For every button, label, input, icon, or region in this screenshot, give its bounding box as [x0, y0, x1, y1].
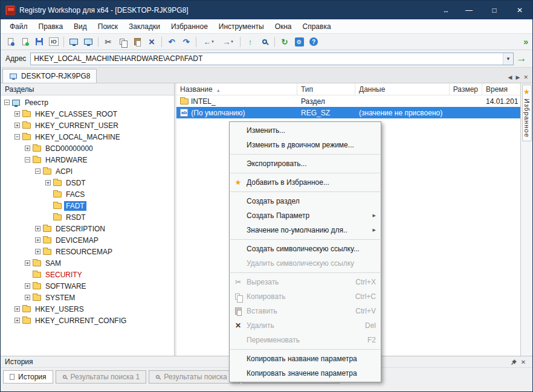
menu-item-create-symlink[interactable]: Создать символическую ссылку... — [230, 242, 381, 256]
tree-item-resourcemap[interactable]: RESOURCEMAP — [1, 246, 174, 257]
menu-item-export[interactable]: Экспортировать... — [230, 156, 381, 171]
expand-icon[interactable] — [45, 180, 51, 185]
menubar-help[interactable]: Справка — [297, 21, 337, 33]
menu-item-new-key[interactable]: Создать раздел — [230, 194, 381, 208]
menubar-search[interactable]: Поиск — [92, 21, 123, 33]
tab-search-results-2[interactable]: Результаты поиска 2 — [149, 370, 240, 384]
address-dropdown-button[interactable]: ▼ — [503, 53, 513, 65]
column-header-type[interactable]: Тип — [297, 83, 355, 95]
expand-icon[interactable] — [25, 146, 30, 151]
toolbar-cut-button[interactable]: ✂ — [101, 35, 115, 48]
tree-item-hkey-users[interactable]: HKEY_USERS — [1, 303, 174, 315]
tree-item-hkey-local-machine[interactable]: HKEY_LOCAL_MACHINE — [1, 131, 174, 143]
dropdown-caret-icon[interactable]: ▾ — [212, 39, 214, 44]
toolbar-back-button[interactable]: ←▾ — [199, 35, 218, 48]
toolbar-save-button[interactable] — [32, 35, 47, 48]
menubar-edit[interactable]: Правка — [33, 21, 69, 33]
menubar-tools[interactable]: Инструменты — [213, 21, 270, 33]
menubar-favorites[interactable]: Избранное — [166, 21, 213, 33]
toolbar-new-key-button[interactable] — [3, 35, 18, 48]
menubar-bookmarks[interactable]: Закладки — [123, 21, 166, 33]
dock-close-button[interactable]: ✕ — [518, 359, 528, 365]
tree-item-devicemap[interactable]: DEVICEMAP — [1, 234, 174, 246]
toolbar-redo-button[interactable]: ↷ — [179, 35, 193, 48]
menubar-file[interactable]: Файл — [4, 21, 33, 33]
column-header-size[interactable]: Размер — [450, 83, 482, 95]
dropdown-caret-icon[interactable]: ▾ — [231, 39, 233, 44]
collapse-icon[interactable] — [25, 157, 30, 162]
tab-search-results-1[interactable]: Результаты поиска 1 — [56, 370, 147, 384]
expand-icon[interactable] — [35, 237, 40, 243]
tab-scroll-left-button[interactable]: ◀ — [508, 74, 512, 80]
tree-item-bcd00000000[interactable]: BCD00000000 — [1, 143, 174, 154]
expand-icon[interactable] — [25, 295, 30, 300]
menu-item-edit[interactable]: Изменить... — [230, 123, 381, 138]
menu-item-copy-value-data[interactable]: Копировать значение параметра — [230, 366, 381, 381]
tab-desktop-rjk9pg8[interactable]: DESKTOP-RJK9PG8 — [2, 69, 97, 83]
toolbar-copy-button[interactable] — [115, 35, 130, 48]
restore-width-button[interactable]: ↔ — [436, 1, 456, 19]
column-header-name[interactable]: Название — [176, 83, 297, 95]
expand-icon[interactable] — [35, 249, 40, 254]
toolbar-remote-computer-button[interactable] — [81, 35, 95, 48]
tree-item-sam[interactable]: SAM — [1, 257, 174, 269]
tree-item-hardware[interactable]: HARDWARE — [1, 154, 174, 165]
tree-item-hkey-current-config[interactable]: HKEY_CURRENT_CONFIG — [1, 315, 174, 326]
toolbar-local-computer-button[interactable] — [66, 35, 81, 48]
toolbar-undo-button[interactable]: ↶ — [164, 35, 179, 48]
menu-item-new-value[interactable]: Создать Параметр — [230, 208, 381, 223]
expand-icon[interactable] — [25, 260, 30, 266]
collapse-icon[interactable] — [15, 134, 20, 140]
tree-item-fadt[interactable]: FADT — [1, 200, 174, 211]
tree-item-dsdt[interactable]: DSDT — [1, 177, 174, 188]
tree-item-hkey-current-user[interactable]: HKEY_CURRENT_USER — [1, 120, 174, 131]
toolbar-binary-button[interactable]: IO — [47, 35, 61, 48]
column-header-data[interactable]: Данные — [355, 83, 450, 95]
pin-button[interactable] — [509, 359, 518, 365]
toolbar-refresh-button[interactable]: ↻ — [277, 35, 292, 48]
column-header-time[interactable]: Время — [482, 83, 520, 95]
tab-scroll-right-button[interactable]: ▶ — [516, 74, 520, 80]
toolbar-new-value-button[interactable] — [18, 35, 32, 48]
tree-item-system[interactable]: SYSTEM — [1, 292, 174, 303]
expand-icon[interactable] — [15, 318, 20, 323]
tree-item-security[interactable]: SECURITY — [1, 269, 174, 280]
toolbar-overflow-chevron[interactable]: » — [523, 37, 530, 47]
tab-history[interactable]: История — [3, 370, 53, 384]
collapse-icon[interactable] — [4, 100, 10, 105]
tree-item-acpi[interactable]: ACPI — [1, 165, 174, 177]
menu-item-default-value-for[interactable]: Значение по-умолчанию для.. — [230, 223, 381, 237]
menu-item-copy-value-name[interactable]: Копировать название параметра — [230, 352, 381, 366]
tree-item-facs[interactable]: FACS — [1, 188, 174, 200]
go-button[interactable]: → — [514, 53, 529, 65]
tree-item-hkey-classes-root[interactable]: HKEY_CLASSES_ROOT — [1, 108, 174, 120]
expand-icon[interactable] — [15, 306, 20, 312]
toolbar-delete-button[interactable]: ✕ — [144, 35, 159, 48]
close-button[interactable]: ✕ — [507, 1, 532, 19]
minimize-button[interactable]: — — [456, 1, 482, 19]
tree-item-software[interactable]: SOFTWARE — [1, 280, 174, 292]
toolbar-search-button[interactable] — [257, 35, 272, 48]
list-row-default-value[interactable]: ab(По умолчанию) REG_SZ (значение не при… — [176, 107, 520, 118]
expand-icon[interactable] — [15, 123, 20, 128]
toolbar-settings-button[interactable]: ⚙ — [292, 35, 306, 48]
expand-icon[interactable] — [15, 111, 20, 117]
toolbar-forward-button[interactable]: →▾ — [218, 35, 237, 48]
tree-item-registry[interactable]: Реестр — [1, 97, 174, 108]
toolbar-help-button[interactable]: ? — [306, 35, 321, 48]
expand-icon[interactable] — [35, 226, 40, 231]
address-input[interactable] — [31, 53, 503, 65]
menubar-windows[interactable]: Окна — [270, 21, 297, 33]
favorites-side-tab[interactable]: ★ Избранное — [522, 85, 532, 141]
menu-item-add-to-favorites[interactable]: ★Добавить в Избранное... — [230, 175, 381, 190]
list-row-intel[interactable]: INTEL_ Раздел 14.01.201 — [176, 95, 520, 107]
maximize-button[interactable]: □ — [482, 1, 507, 19]
menu-item-edit-binary[interactable]: Изменить в двоичном режиме... — [230, 138, 381, 152]
menubar-view[interactable]: Вид — [68, 21, 92, 33]
toolbar-paste-button[interactable] — [130, 35, 144, 48]
tree-item-rsdt[interactable]: RSDT — [1, 211, 174, 223]
toolbar-up-level-button[interactable]: ↑ — [243, 35, 257, 48]
expand-icon[interactable] — [25, 283, 30, 289]
collapse-icon[interactable] — [35, 169, 40, 174]
tree-item-description[interactable]: DESCRIPTION — [1, 223, 174, 234]
